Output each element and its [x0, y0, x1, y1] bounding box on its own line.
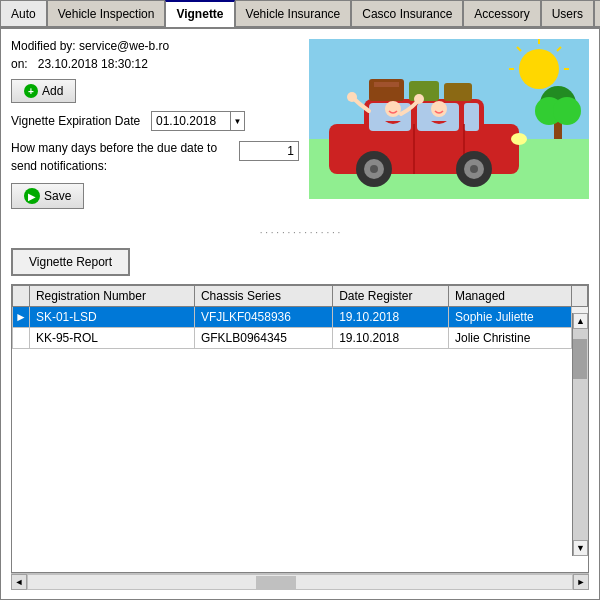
car-image [309, 39, 589, 199]
svg-point-26 [370, 165, 378, 173]
main-content: Modified by: service@we-b.ro on: 23.10.2… [0, 28, 600, 600]
tab-bar: Auto Vehicle Inspection Vignette Vehicle… [0, 0, 600, 28]
svg-rect-17 [409, 81, 439, 101]
svg-point-30 [511, 133, 527, 145]
h-scroll-track[interactable] [27, 574, 573, 590]
notification-label: How many days before the due date to sen… [11, 139, 239, 175]
table-header-row: Registration Number Chassis Series Date … [13, 286, 588, 307]
upper-section: Modified by: service@we-b.ro on: 23.10.2… [11, 39, 589, 217]
cell-chassis: VFJLKF0458936 [194, 307, 332, 328]
modified-value: service@we-b.ro [79, 39, 169, 53]
svg-point-2 [519, 49, 559, 89]
table-section: Registration Number Chassis Series Date … [11, 284, 589, 573]
add-btn-row: + Add [11, 79, 299, 103]
expiration-date-dropdown[interactable]: ▼ [231, 111, 245, 131]
svg-point-34 [347, 92, 357, 102]
scroll-left-button[interactable]: ◄ [11, 574, 27, 590]
vignette-report-button[interactable]: Vignette Report [11, 248, 130, 276]
cell-date: 19.10.2018 [333, 307, 449, 328]
notification-input[interactable] [239, 141, 299, 161]
modified-label: Modified by: [11, 39, 76, 53]
row-arrow: ► [13, 307, 30, 328]
col-reg-number: Registration Number [29, 286, 194, 307]
add-icon: + [24, 84, 38, 98]
tab-vignette[interactable]: Vignette [165, 0, 234, 27]
scroll-down-button[interactable]: ▼ [573, 540, 588, 556]
expiration-date-input[interactable] [151, 111, 231, 131]
save-row: ▶ Save [11, 183, 299, 209]
modified-info: Modified by: service@we-b.ro [11, 39, 299, 53]
scroll-up-button[interactable]: ▲ [573, 313, 588, 329]
left-form: Modified by: service@we-b.ro on: 23.10.2… [11, 39, 299, 217]
cell-managed: Sophie Juliette [448, 307, 571, 328]
col-date: Date Register [333, 286, 449, 307]
scroll-track[interactable] [573, 329, 588, 540]
cell-chassis: GFKLB0964345 [194, 328, 332, 349]
svg-point-32 [431, 101, 447, 117]
svg-point-31 [385, 101, 401, 117]
cell-reg: SK-01-LSD [29, 307, 194, 328]
col-arrow [13, 286, 30, 307]
svg-rect-21 [464, 103, 479, 131]
add-button[interactable]: + Add [11, 79, 76, 103]
on-label: on: [11, 57, 28, 71]
expiration-row: Vignette Expiration Date ▼ [11, 111, 299, 131]
row-arrow [13, 328, 30, 349]
tab-vehicle-insurance[interactable]: Vehicle Insurance [235, 0, 352, 26]
svg-point-12 [553, 97, 581, 125]
col-scrollbar-header [572, 286, 588, 307]
on-info: on: 23.10.2018 18:30:12 [11, 57, 299, 71]
on-value: 23.10.2018 18:30:12 [38, 57, 148, 71]
cell-date: 19.10.2018 [333, 328, 449, 349]
tab-auto[interactable]: Auto [0, 0, 47, 26]
expiration-date-wrapper: ▼ [151, 111, 245, 131]
svg-rect-16 [374, 82, 399, 87]
save-button[interactable]: ▶ Save [11, 183, 84, 209]
tab-casco-insurance[interactable]: Casco Insurance [351, 0, 463, 26]
vertical-scrollbar[interactable]: ▲ ▼ [572, 313, 588, 556]
col-chassis: Chassis Series [194, 286, 332, 307]
scroll-thumb[interactable] [573, 339, 587, 379]
svg-rect-18 [444, 83, 472, 101]
cell-reg: KK-95-ROL [29, 328, 194, 349]
expiration-label: Vignette Expiration Date [11, 113, 151, 130]
report-row: Vignette Report [11, 248, 589, 276]
table-row[interactable]: KK-95-ROL GFKLB0964345 19.10.2018 Jolie … [13, 328, 588, 349]
save-icon: ▶ [24, 188, 40, 204]
data-table: Registration Number Chassis Series Date … [12, 285, 588, 349]
col-managed: Managed [448, 286, 571, 307]
tab-users[interactable]: Users [541, 0, 594, 26]
h-scroll-thumb[interactable] [256, 576, 296, 590]
tab-about[interactable]: About [594, 0, 600, 26]
svg-point-33 [414, 94, 424, 104]
separator: · · · · · · · · · · · · · · · [11, 227, 589, 238]
table-row[interactable]: ► SK-01-LSD VFJLKF0458936 19.10.2018 Sop… [13, 307, 588, 328]
tab-vehicle-inspection[interactable]: Vehicle Inspection [47, 0, 166, 26]
scroll-right-button[interactable]: ► [573, 574, 589, 590]
cell-managed: Jolie Christine [448, 328, 571, 349]
horizontal-scrollbar[interactable]: ◄ ► [11, 573, 589, 589]
notification-row: How many days before the due date to sen… [11, 139, 299, 175]
tab-accessory[interactable]: Accessory [463, 0, 540, 26]
svg-point-29 [470, 165, 478, 173]
